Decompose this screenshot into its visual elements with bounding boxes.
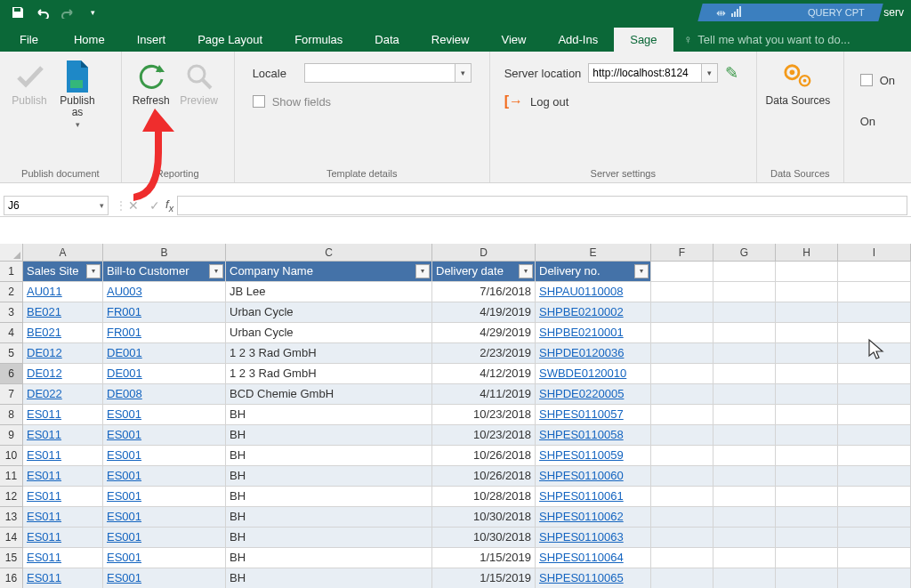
show-fields-checkbox[interactable] — [253, 95, 265, 108]
row-header[interactable]: 16 — [0, 568, 23, 588]
empty-cell[interactable] — [713, 262, 776, 282]
empty-cell[interactable] — [651, 446, 713, 466]
delivery-no-cell[interactable]: SHPBE0210002 — [536, 302, 651, 323]
empty-cell[interactable] — [713, 425, 776, 446]
delivery-date-cell[interactable]: 2/23/2019 — [432, 343, 536, 364]
tab-review[interactable]: Review — [415, 28, 486, 52]
delivery-date-cell[interactable]: 4/19/2019 — [432, 302, 536, 323]
company-name-cell[interactable]: BH — [226, 405, 432, 425]
empty-cell[interactable] — [713, 323, 776, 343]
empty-cell[interactable] — [838, 262, 911, 282]
tab-addins[interactable]: Add-Ins — [542, 28, 614, 52]
empty-cell[interactable] — [651, 466, 713, 487]
filter-dropdown-icon[interactable]: ▾ — [519, 264, 533, 278]
empty-cell[interactable] — [776, 446, 838, 466]
bill-to-customer-cell[interactable]: DE001 — [103, 343, 226, 364]
delivery-no-cell[interactable]: SHPES0110065 — [536, 568, 651, 588]
empty-cell[interactable] — [838, 405, 911, 425]
empty-cell[interactable] — [713, 507, 776, 528]
table-header-b[interactable]: Bill-to Customer▾ — [103, 262, 226, 282]
company-name-cell[interactable]: BH — [226, 528, 432, 548]
table-header-a[interactable]: Sales Site▾ — [23, 262, 103, 282]
delivery-date-cell[interactable]: 10/30/2018 — [432, 528, 536, 548]
delivery-date-cell[interactable]: 10/26/2018 — [432, 466, 536, 487]
tab-insert[interactable]: Insert — [121, 28, 182, 52]
sales-site-cell[interactable]: ES011 — [23, 405, 103, 425]
col-header-f[interactable]: F — [651, 244, 713, 261]
empty-cell[interactable] — [776, 282, 838, 302]
tab-sage[interactable]: Sage — [614, 28, 673, 52]
empty-cell[interactable] — [713, 282, 776, 302]
row-header[interactable]: 13 — [0, 507, 23, 528]
show-fields-row[interactable]: Show fields — [253, 91, 331, 112]
delivery-date-cell[interactable]: 4/12/2019 — [432, 364, 536, 384]
row-header[interactable]: 15 — [0, 548, 23, 568]
empty-cell[interactable] — [776, 548, 838, 568]
row-header[interactable]: 11 — [0, 466, 23, 487]
server-location-dropdown-icon[interactable]: ▾ — [702, 63, 718, 83]
empty-cell[interactable] — [838, 446, 911, 466]
sales-site-cell[interactable]: AU011 — [23, 282, 103, 302]
empty-cell[interactable] — [713, 364, 776, 384]
delivery-date-cell[interactable]: 1/15/2019 — [432, 568, 536, 588]
company-name-cell[interactable]: BH — [226, 425, 432, 446]
empty-cell[interactable] — [776, 568, 838, 588]
empty-cell[interactable] — [838, 364, 911, 384]
delivery-no-cell[interactable]: SHPES0110063 — [536, 528, 651, 548]
empty-cell[interactable] — [838, 487, 911, 507]
empty-cell[interactable] — [776, 507, 838, 528]
empty-cell[interactable] — [651, 343, 713, 364]
col-header-i[interactable]: I — [838, 244, 911, 261]
name-box[interactable]: J6 ▾ — [4, 196, 109, 215]
filter-dropdown-icon[interactable]: ▾ — [209, 264, 223, 278]
empty-cell[interactable] — [776, 425, 838, 446]
col-header-g[interactable]: G — [713, 244, 776, 261]
row-header[interactable]: 9 — [0, 425, 23, 446]
empty-cell[interactable] — [776, 364, 838, 384]
col-header-c[interactable]: C — [226, 244, 432, 261]
sales-site-cell[interactable]: ES011 — [23, 548, 103, 568]
bill-to-customer-cell[interactable]: ES001 — [103, 548, 226, 568]
save-icon[interactable] — [7, 2, 28, 23]
bill-to-customer-cell[interactable]: DE001 — [103, 364, 226, 384]
on-toggle-2[interactable]: On — [860, 110, 875, 132]
row-header[interactable]: 6 — [0, 364, 23, 384]
company-name-cell[interactable]: BH — [226, 548, 432, 568]
empty-cell[interactable] — [713, 384, 776, 405]
bill-to-customer-cell[interactable]: ES001 — [103, 528, 226, 548]
fx-icon[interactable]: fx — [165, 197, 173, 213]
empty-cell[interactable] — [838, 528, 911, 548]
sales-site-cell[interactable]: ES011 — [23, 466, 103, 487]
company-name-cell[interactable]: 1 2 3 Rad GmbH — [226, 343, 432, 364]
empty-cell[interactable] — [838, 568, 911, 588]
logout-button[interactable]: [→ Log out — [504, 91, 569, 112]
delivery-no-cell[interactable]: SHPES0110064 — [536, 548, 651, 568]
company-name-cell[interactable]: BH — [226, 446, 432, 466]
locale-dropdown-icon[interactable]: ▾ — [456, 63, 472, 83]
empty-cell[interactable] — [838, 343, 911, 364]
delivery-no-cell[interactable]: SHPDE0120036 — [536, 343, 651, 364]
company-name-cell[interactable]: BH — [226, 466, 432, 487]
select-all-triangle[interactable] — [0, 244, 23, 261]
name-box-dropdown-icon[interactable]: ▾ — [100, 201, 104, 210]
server-location-input[interactable] — [588, 63, 702, 83]
empty-cell[interactable] — [713, 302, 776, 323]
empty-cell[interactable] — [776, 343, 838, 364]
qat-dropdown-icon[interactable]: ▾ — [82, 2, 103, 23]
empty-cell[interactable] — [776, 384, 838, 405]
empty-cell[interactable] — [713, 446, 776, 466]
empty-cell[interactable] — [776, 405, 838, 425]
empty-cell[interactable] — [651, 262, 713, 282]
formula-input[interactable] — [177, 196, 907, 215]
tab-view[interactable]: View — [485, 28, 542, 52]
col-header-h[interactable]: H — [776, 244, 838, 261]
empty-cell[interactable] — [713, 528, 776, 548]
undo-icon[interactable] — [32, 2, 53, 23]
filter-dropdown-icon[interactable]: ▾ — [634, 264, 649, 278]
delivery-date-cell[interactable]: 10/30/2018 — [432, 507, 536, 528]
empty-cell[interactable] — [838, 302, 911, 323]
delivery-no-cell[interactable]: SHPBE0210001 — [536, 323, 651, 343]
sales-site-cell[interactable]: DE012 — [23, 364, 103, 384]
tab-home[interactable]: Home — [58, 28, 121, 52]
empty-cell[interactable] — [776, 528, 838, 548]
